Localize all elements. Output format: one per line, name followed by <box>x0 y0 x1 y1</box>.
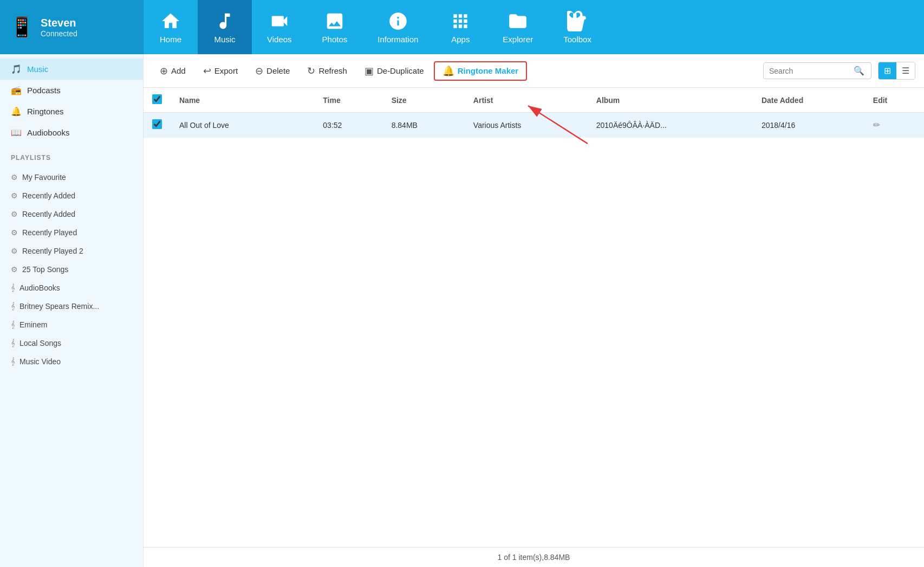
nav-label-information: Information <box>378 35 418 44</box>
nav-item-apps[interactable]: Apps <box>433 0 487 54</box>
playlist-item-britney-spears[interactable]: 𝄞 Britney Spears Remix... <box>0 297 143 315</box>
top-nav: 📱 Steven Connected Home Music Videos Pho… <box>0 0 924 54</box>
playlist-label-6: AudioBooks <box>19 284 60 292</box>
toolbar: ⊕ Add ↩ Export ⊖ Delete ↻ Refresh ▣ De-D… <box>144 54 924 88</box>
nav-item-music[interactable]: Music <box>198 0 252 54</box>
delete-button[interactable]: ⊖ Delete <box>248 61 297 81</box>
table-body: All Out of Love 03:52 8.84MB Various Art… <box>144 113 924 138</box>
col-header-name: Name <box>171 88 297 113</box>
nav-item-videos[interactable]: Videos <box>252 0 307 54</box>
music-table: Name Time Size Artist Album Date Added E… <box>144 88 924 138</box>
add-label: Add <box>171 66 186 75</box>
ringtone-maker-button[interactable]: 🔔 Ringtone Maker <box>434 61 528 81</box>
sidebar-item-podcasts[interactable]: 📻 Podcasts <box>0 80 143 101</box>
list-icon-6: 𝄞 <box>11 284 15 292</box>
sidebar: 🎵 Music 📻 Podcasts 🔔 Ringtones 📖 Audiobo… <box>0 54 144 567</box>
sidebar-item-ringtones[interactable]: 🔔 Ringtones <box>0 101 143 122</box>
refresh-icon: ↻ <box>307 65 315 77</box>
playlist-item-recently-added-1[interactable]: ⚙ Recently Added <box>0 186 143 205</box>
playlist-item-audiobooks[interactable]: 𝄞 AudioBooks <box>0 279 143 297</box>
col-header-edit: Edit <box>864 88 924 113</box>
nav-items: Home Music Videos Photos Information App… <box>144 0 924 54</box>
playlist-label-0: My Favourite <box>22 173 66 182</box>
playlist-label-9: Local Songs <box>19 339 61 347</box>
list-icon-7: 𝄞 <box>11 302 15 311</box>
sidebar-ringtones-label: Ringtones <box>27 107 64 116</box>
nav-label-photos: Photos <box>322 35 348 44</box>
nav-label-toolbox: Toolbox <box>563 35 591 44</box>
nav-item-explorer[interactable]: Explorer <box>487 0 548 54</box>
list-icon-10: 𝄞 <box>11 357 15 366</box>
playlist-label-5: 25 Top Songs <box>22 265 68 274</box>
playlist-label-8: Eminem <box>19 320 47 329</box>
col-header-size: Size <box>383 88 465 113</box>
row-date-added-0: 2018/4/16 <box>753 113 864 138</box>
playlist-item-my-favourite[interactable]: ⚙ My Favourite <box>0 168 143 186</box>
device-name: Steven <box>41 17 77 29</box>
view-toggle: ⊞ ☰ <box>878 62 915 80</box>
playlist-label-3: Recently Played <box>22 228 77 237</box>
playlist-label-1: Recently Added <box>22 191 75 200</box>
music-note-icon: 🎵 <box>11 64 22 74</box>
playlists-section: ⚙ My Favourite ⚙ Recently Added ⚙ Recent… <box>0 164 143 375</box>
book-icon: 📖 <box>11 127 22 138</box>
nav-item-toolbox[interactable]: Toolbox <box>548 0 607 54</box>
search-input[interactable] <box>769 67 850 75</box>
export-icon: ↩ <box>203 65 211 77</box>
col-header-album: Album <box>588 88 753 113</box>
grid-view-button[interactable]: ⊞ <box>879 62 896 79</box>
gear-icon-4: ⚙ <box>11 247 18 255</box>
playlist-item-recently-added-2[interactable]: ⚙ Recently Added <box>0 205 143 223</box>
delete-label: Delete <box>266 66 290 75</box>
sidebar-item-audiobooks[interactable]: 📖 Audiobooks <box>0 122 143 143</box>
playlist-item-recently-played-1[interactable]: ⚙ Recently Played <box>0 223 143 242</box>
deduplicate-icon: ▣ <box>365 65 374 77</box>
refresh-button[interactable]: ↻ Refresh <box>300 61 355 81</box>
playlist-item-recently-played-2[interactable]: ⚙ Recently Played 2 <box>0 242 143 260</box>
select-all-checkbox[interactable] <box>152 94 162 104</box>
podcast-icon: 📻 <box>11 85 22 95</box>
ringtone-maker-label: Ringtone Maker <box>458 66 519 75</box>
export-button[interactable]: ↩ Export <box>196 61 245 81</box>
nav-label-explorer: Explorer <box>503 35 533 44</box>
nav-label-videos: Videos <box>267 35 292 44</box>
sidebar-item-music[interactable]: 🎵 Music <box>0 59 143 80</box>
col-header-time: Time <box>314 88 382 113</box>
nav-item-photos[interactable]: Photos <box>307 0 363 54</box>
nav-label-home: Home <box>160 35 181 44</box>
edit-icon-0[interactable]: ✏ <box>873 120 880 130</box>
playlist-label-10: Music Video <box>19 357 61 366</box>
list-icon-9: 𝄞 <box>11 339 15 347</box>
add-button[interactable]: ⊕ Add <box>152 61 193 81</box>
minus-icon: ⊖ <box>255 65 263 77</box>
ringtone-icon: 🔔 <box>443 65 454 77</box>
device-status: Connected <box>41 29 77 38</box>
nav-item-home[interactable]: Home <box>144 0 198 54</box>
table-row: All Out of Love 03:52 8.84MB Various Art… <box>144 113 924 138</box>
playlist-label-7: Britney Spears Remix... <box>19 302 99 311</box>
music-table-area: Name Time Size Artist Album Date Added E… <box>144 88 924 547</box>
playlist-item-music-video[interactable]: 𝄞 Music Video <box>0 352 143 371</box>
sidebar-main-section: 🎵 Music 📻 Podcasts 🔔 Ringtones 📖 Audiobo… <box>0 54 143 147</box>
nav-item-information[interactable]: Information <box>362 0 433 54</box>
gear-icon-5: ⚙ <box>11 265 18 274</box>
playlist-item-local-songs[interactable]: 𝄞 Local Songs <box>0 334 143 352</box>
nav-label-apps: Apps <box>451 35 470 44</box>
plus-icon: ⊕ <box>160 65 168 77</box>
playlist-item-eminem[interactable]: 𝄞 Eminem <box>0 315 143 334</box>
list-view-button[interactable]: ☰ <box>896 62 915 79</box>
sidebar-podcasts-label: Podcasts <box>27 86 61 95</box>
playlist-label-4: Recently Played 2 <box>22 247 83 255</box>
gear-icon-1: ⚙ <box>11 191 18 200</box>
deduplicate-button[interactable]: ▣ De-Duplicate <box>357 61 432 81</box>
row-checkbox-0[interactable] <box>152 119 162 129</box>
nav-label-music: Music <box>214 35 235 44</box>
list-icon-8: 𝄞 <box>11 320 15 329</box>
device-text: Steven Connected <box>41 17 77 38</box>
playlist-item-25-top-songs[interactable]: ⚙ 25 Top Songs <box>0 260 143 279</box>
main-content: ⊕ Add ↩ Export ⊖ Delete ↻ Refresh ▣ De-D… <box>144 54 924 567</box>
bell-icon: 🔔 <box>11 106 22 117</box>
device-info: 📱 Steven Connected <box>0 0 144 54</box>
export-label: Export <box>214 66 238 75</box>
row-album-0: 2010Äé9ÔÂÀ·ÀÄD... <box>588 113 753 138</box>
